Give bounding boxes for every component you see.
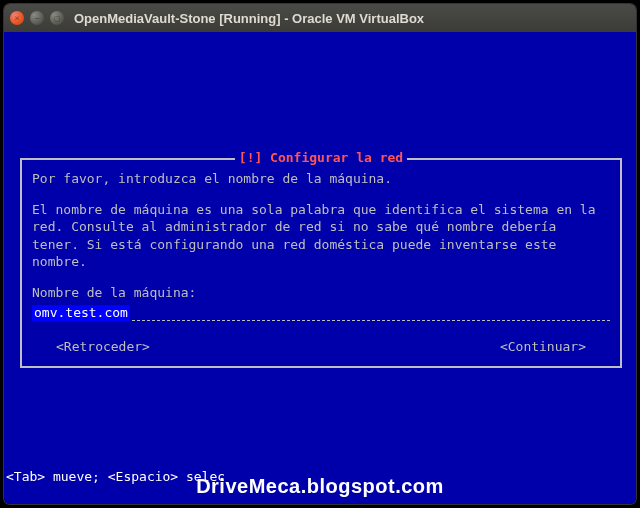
window-buttons: × − ▢ bbox=[10, 11, 64, 25]
hostname-input-value: omv.test.com bbox=[32, 305, 130, 321]
dialog-text-help: El nombre de máquina es una sola palabra… bbox=[32, 201, 610, 271]
hostname-label: Nombre de la máquina: bbox=[32, 284, 610, 302]
window-titlebar: × − ▢ OpenMediaVault-Stone [Running] - O… bbox=[4, 4, 636, 32]
minimize-icon[interactable]: − bbox=[30, 11, 44, 25]
network-config-dialog: [!] Configurar la red Por favor, introdu… bbox=[20, 158, 622, 368]
window-title: OpenMediaVault-Stone [Running] - Oracle … bbox=[74, 11, 424, 26]
watermark-text: DriveMeca.blogspot.com bbox=[4, 475, 636, 498]
continue-button[interactable]: <Continuar> bbox=[500, 338, 586, 356]
maximize-icon[interactable]: ▢ bbox=[50, 11, 64, 25]
hostname-input[interactable]: omv.test.com bbox=[32, 305, 610, 322]
dialog-header: [!] Configurar la red bbox=[235, 150, 407, 165]
dialog-text-intro: Por favor, introduzca el nombre de la má… bbox=[32, 170, 610, 188]
back-button[interactable]: <Retroceder> bbox=[56, 338, 150, 356]
vm-screen: [!] Configurar la red Por favor, introdu… bbox=[4, 32, 636, 504]
close-icon[interactable]: × bbox=[10, 11, 24, 25]
